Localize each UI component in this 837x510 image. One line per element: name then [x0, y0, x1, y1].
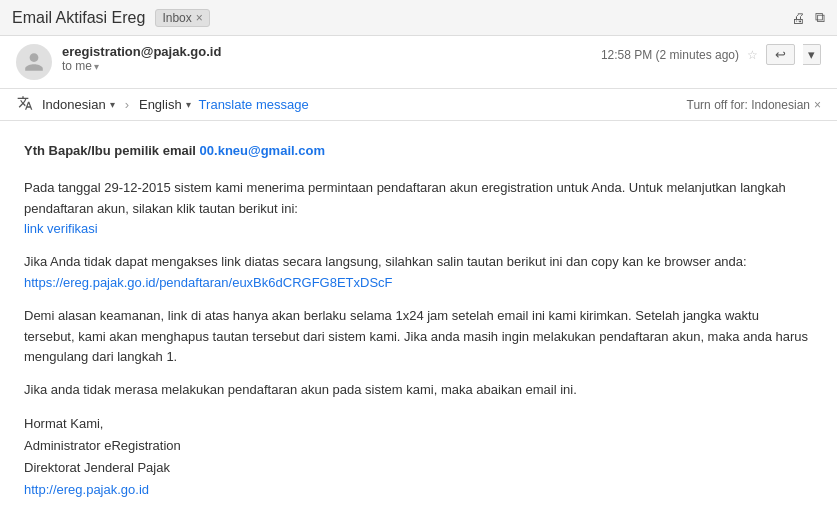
link-verifikasi[interactable]: link verifikasi [24, 221, 98, 236]
sender-info: eregistration@pajak.go.id to me ▾ [62, 44, 221, 73]
source-language-arrow-icon: ▾ [110, 99, 115, 110]
avatar [16, 44, 52, 80]
top-bar-actions: 🖨 ⧉ [791, 9, 825, 26]
target-language-label: English [139, 97, 182, 112]
star-icon[interactable]: ☆ [747, 48, 758, 62]
greeting-text: Yth Bapak/Ibu pemilik email [24, 143, 196, 158]
recipient-email-link[interactable]: 00.kneu@gmail.com [200, 143, 325, 158]
to-me-label: to me [62, 59, 92, 73]
email-body: Yth Bapak/Ibu pemilik email 00.kneu@gmai… [0, 121, 837, 510]
turn-off-translation: Turn off for: Indonesian × [687, 98, 821, 112]
inbox-label: Inbox [162, 11, 191, 25]
close-tab-button[interactable]: × [196, 11, 203, 25]
paragraph2: Jika Anda tidak dapat mengakses link dia… [24, 252, 813, 294]
sender-section: eregistration@pajak.go.id to me ▾ [16, 44, 221, 80]
reply-icon: ↩ [775, 47, 786, 62]
paragraph1-text: Pada tanggal 29-12-2015 sistem kami mene… [24, 180, 786, 216]
signature-greeting: Hormat Kami, [24, 413, 813, 435]
email-subject-title: Email Aktifasi Ereg [12, 9, 145, 27]
translate-message-link[interactable]: Translate message [199, 97, 309, 112]
turn-off-label: Turn off for: Indonesian [687, 98, 810, 112]
turn-off-close-icon[interactable]: × [814, 98, 821, 112]
print-icon[interactable]: 🖨 [791, 10, 805, 26]
registration-link[interactable]: https://ereg.pajak.go.id/pendaftaran/eux… [24, 275, 393, 290]
to-me-row: to me ▾ [62, 59, 221, 73]
paragraph3: Demi alasan keamanan, link di atas hanya… [24, 306, 813, 368]
email-signature: Hormat Kami, Administrator eRegistration… [24, 413, 813, 501]
target-language-arrow-icon: ▾ [186, 99, 191, 110]
source-language-selector[interactable]: Indonesian ▾ [42, 97, 115, 112]
paragraph1: Pada tanggal 29-12-2015 sistem kami mene… [24, 178, 813, 240]
paragraph2-text: Jika Anda tidak dapat mengakses link dia… [24, 254, 747, 269]
more-actions-button[interactable]: ▾ [803, 44, 821, 65]
to-me-dropdown-icon[interactable]: ▾ [94, 61, 99, 72]
top-bar: Email Aktifasi Ereg Inbox × 🖨 ⧉ [0, 0, 837, 36]
language-direction-icon: › [125, 97, 129, 112]
source-language-label: Indonesian [42, 97, 106, 112]
reply-button[interactable]: ↩ [766, 44, 795, 65]
translation-bar: Indonesian ▾ › English ▾ Translate messa… [0, 89, 837, 121]
translate-icon [16, 95, 34, 114]
email-header: eregistration@pajak.go.id to me ▾ 12:58 … [0, 36, 837, 89]
sender-email: eregistration@pajak.go.id [62, 44, 221, 59]
signature-line2: Direktorat Jenderal Pajak [24, 457, 813, 479]
target-language-selector[interactable]: English ▾ [139, 97, 191, 112]
email-meta: 12:58 PM (2 minutes ago) ☆ ↩ ▾ [601, 44, 821, 65]
signature-website-link[interactable]: http://ereg.pajak.go.id [24, 482, 149, 497]
inbox-badge: Inbox × [155, 9, 209, 27]
paragraph4: Jika anda tidak merasa melakukan pendaft… [24, 380, 813, 401]
popout-icon[interactable]: ⧉ [815, 9, 825, 26]
email-timestamp: 12:58 PM (2 minutes ago) [601, 48, 739, 62]
greeting-line: Yth Bapak/Ibu pemilik email 00.kneu@gmai… [24, 141, 813, 162]
signature-line1: Administrator eRegistration [24, 435, 813, 457]
